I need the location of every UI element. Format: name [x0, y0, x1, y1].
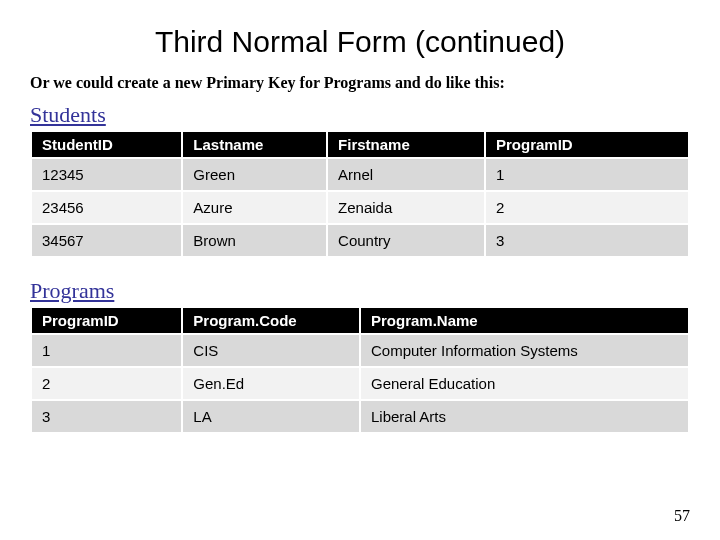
- cell: Liberal Arts: [360, 400, 689, 433]
- students-table-label: Students: [30, 102, 690, 128]
- students-header: Lastname: [182, 131, 327, 158]
- table-row: 3 LA Liberal Arts: [31, 400, 689, 433]
- students-header: ProgramID: [485, 131, 689, 158]
- students-table: StudentID Lastname Firstname ProgramID 1…: [30, 130, 690, 258]
- cell: Arnel: [327, 158, 485, 191]
- table-row: 23456 Azure Zenaida 2: [31, 191, 689, 224]
- programs-header: Program.Name: [360, 307, 689, 334]
- cell: 2: [485, 191, 689, 224]
- cell: 1: [485, 158, 689, 191]
- cell: Green: [182, 158, 327, 191]
- cell: 1: [31, 334, 182, 367]
- cell: Zenaida: [327, 191, 485, 224]
- cell: General Education: [360, 367, 689, 400]
- cell: Azure: [182, 191, 327, 224]
- cell: Gen.Ed: [182, 367, 360, 400]
- cell: 3: [31, 400, 182, 433]
- programs-table: ProgramID Program.Code Program.Name 1 CI…: [30, 306, 690, 434]
- table-row: 12345 Green Arnel 1: [31, 158, 689, 191]
- cell: 3: [485, 224, 689, 257]
- table-row: 1 CIS Computer Information Systems: [31, 334, 689, 367]
- table-row: 34567 Brown Country 3: [31, 224, 689, 257]
- programs-header: Program.Code: [182, 307, 360, 334]
- cell: 12345: [31, 158, 182, 191]
- cell: Country: [327, 224, 485, 257]
- cell: 23456: [31, 191, 182, 224]
- cell: Computer Information Systems: [360, 334, 689, 367]
- cell: LA: [182, 400, 360, 433]
- students-header: StudentID: [31, 131, 182, 158]
- slide-subtitle: Or we could create a new Primary Key for…: [30, 74, 690, 92]
- cell: Brown: [182, 224, 327, 257]
- programs-header: ProgramID: [31, 307, 182, 334]
- slide-title: Third Normal Form (continued): [30, 25, 690, 59]
- cell: 2: [31, 367, 182, 400]
- page-number: 57: [674, 507, 690, 525]
- students-header: Firstname: [327, 131, 485, 158]
- cell: 34567: [31, 224, 182, 257]
- cell: CIS: [182, 334, 360, 367]
- table-row: 2 Gen.Ed General Education: [31, 367, 689, 400]
- programs-table-label: Programs: [30, 278, 690, 304]
